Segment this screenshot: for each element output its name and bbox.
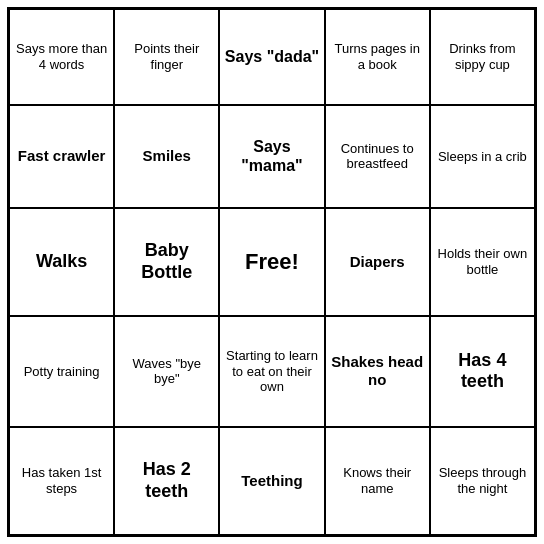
bingo-cell-r0c1[interactable]: Points their finger xyxy=(114,9,219,105)
bingo-cell-r0c0[interactable]: Says more than 4 words xyxy=(9,9,114,105)
bingo-board: Says more than 4 wordsPoints their finge… xyxy=(7,7,537,537)
bingo-cell-r0c3[interactable]: Turns pages in a book xyxy=(325,9,430,105)
bingo-cell-r4c0[interactable]: Has taken 1st steps xyxy=(9,427,114,535)
bingo-cell-r2c2[interactable]: Free! xyxy=(219,208,324,316)
bingo-cell-r3c3[interactable]: Shakes head no xyxy=(325,316,430,427)
bingo-cell-r2c4[interactable]: Holds their own bottle xyxy=(430,208,535,316)
bingo-cell-r4c1[interactable]: Has 2 teeth xyxy=(114,427,219,535)
bingo-cell-r4c3[interactable]: Knows their name xyxy=(325,427,430,535)
bingo-cell-r1c1[interactable]: Smiles xyxy=(114,105,219,208)
bingo-cell-r1c2[interactable]: Says "mama" xyxy=(219,105,324,208)
bingo-cell-r3c4[interactable]: Has 4 teeth xyxy=(430,316,535,427)
bingo-cell-r1c3[interactable]: Continues to breastfeed xyxy=(325,105,430,208)
bingo-cell-r2c0[interactable]: Walks xyxy=(9,208,114,316)
bingo-cell-r1c4[interactable]: Sleeps in a crib xyxy=(430,105,535,208)
bingo-cell-r4c4[interactable]: Sleeps through the night xyxy=(430,427,535,535)
bingo-cell-r3c1[interactable]: Waves "bye bye" xyxy=(114,316,219,427)
bingo-cell-r4c2[interactable]: Teething xyxy=(219,427,324,535)
bingo-cell-r2c3[interactable]: Diapers xyxy=(325,208,430,316)
bingo-cell-r2c1[interactable]: Baby Bottle xyxy=(114,208,219,316)
bingo-cell-r1c0[interactable]: Fast crawler xyxy=(9,105,114,208)
bingo-cell-r3c2[interactable]: Starting to learn to eat on their own xyxy=(219,316,324,427)
bingo-cell-r3c0[interactable]: Potty training xyxy=(9,316,114,427)
bingo-cell-r0c4[interactable]: Drinks from sippy cup xyxy=(430,9,535,105)
bingo-cell-r0c2[interactable]: Says "dada" xyxy=(219,9,324,105)
